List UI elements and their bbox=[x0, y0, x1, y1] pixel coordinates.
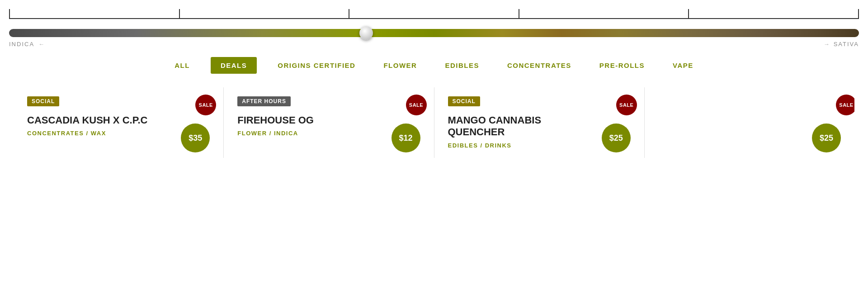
price-circle: $25 bbox=[812, 124, 841, 152]
left-arrow-icon: ← bbox=[38, 41, 44, 48]
sale-badge: SALE bbox=[406, 95, 427, 115]
brand-badge: AFTER HOURS bbox=[237, 96, 291, 106]
product-name: CASCADIA KUSH X C.P.C bbox=[27, 114, 210, 126]
products-row: SOCIALSALE$35CASCADIA KUSH X C.P.CCONCEN… bbox=[0, 87, 868, 158]
price-circle: $35 bbox=[181, 124, 210, 152]
product-card-3[interactable]: SALE$25 bbox=[645, 87, 854, 158]
product-name: FIREHOUSE OG bbox=[237, 114, 420, 126]
tick-mark-5 bbox=[858, 9, 859, 18]
tab-origins-certified[interactable]: ORIGINS CERTIFIED bbox=[270, 58, 363, 73]
tick-mark-4 bbox=[688, 9, 689, 18]
brand-badge: SOCIAL bbox=[27, 96, 59, 106]
right-arrow-icon: → bbox=[824, 41, 830, 48]
indica-label: INDICA ← bbox=[9, 40, 44, 48]
price-circle: $25 bbox=[602, 124, 631, 152]
sale-badge: SALE bbox=[836, 95, 857, 115]
brand-badge: SOCIAL bbox=[448, 96, 480, 106]
product-card-2[interactable]: SOCIALSALE$25MANGO CANNABIS QUENCHEREDIB… bbox=[434, 87, 645, 158]
tab-pre-rolls[interactable]: PRE-ROLLS bbox=[592, 58, 652, 73]
slider-thumb[interactable] bbox=[359, 26, 373, 40]
tab-vape[interactable]: VAPE bbox=[665, 58, 701, 73]
price-circle: $12 bbox=[392, 124, 420, 152]
tab-flower[interactable]: FLOWER bbox=[376, 58, 424, 73]
tab-concentrates[interactable]: CONCENTRATES bbox=[500, 58, 579, 73]
tick-mark-0 bbox=[9, 9, 10, 18]
tick-mark-3 bbox=[519, 9, 519, 18]
tick-mark-1 bbox=[179, 9, 180, 18]
tick-mark-2 bbox=[349, 9, 349, 18]
category-nav: ALLDEALSORIGINS CERTIFIEDFLOWEREDIBLESCO… bbox=[0, 48, 868, 87]
sale-badge: SALE bbox=[616, 95, 637, 115]
sativa-label: → SATIVA bbox=[824, 40, 859, 48]
tab-deals[interactable]: DEALS bbox=[211, 57, 257, 74]
tab-all[interactable]: ALL bbox=[167, 58, 197, 73]
sale-badge: SALE bbox=[195, 95, 216, 115]
tab-edibles[interactable]: EDIBLES bbox=[438, 58, 486, 73]
product-card-0[interactable]: SOCIALSALE$35CASCADIA KUSH X C.P.CCONCEN… bbox=[14, 87, 224, 158]
strain-slider[interactable] bbox=[9, 29, 859, 37]
product-card-1[interactable]: AFTER HOURSSALE$12FIREHOUSE OGFLOWER / I… bbox=[224, 87, 434, 158]
